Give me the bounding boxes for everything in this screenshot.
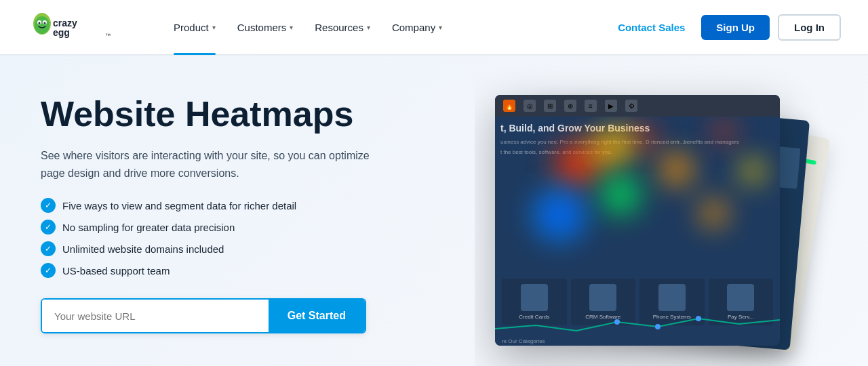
list-item: ✓ Unlimited website domains included xyxy=(41,241,448,256)
svg-point-9 xyxy=(614,319,620,325)
heatmap-blob-orange-2 xyxy=(658,150,695,188)
chevron-down-icon: ▾ xyxy=(367,24,370,31)
cursor-icon: ◎ xyxy=(524,100,536,112)
chevron-down-icon: ▾ xyxy=(212,24,216,31)
svg-point-5 xyxy=(44,22,46,24)
logo[interactable]: crazy egg ™ xyxy=(27,10,122,44)
nav-item-company[interactable]: Company ▾ xyxy=(381,15,453,40)
nav-item-customers[interactable]: Customers ▾ xyxy=(226,15,304,40)
fire-icon: 🔥 xyxy=(503,100,515,112)
heatmap-blob-green xyxy=(597,171,644,218)
list-item: ✓ US-based support team xyxy=(41,263,448,278)
chevron-down-icon: ▾ xyxy=(290,24,293,31)
video-icon: ▶ xyxy=(605,100,617,112)
chevron-down-icon: ▾ xyxy=(439,24,442,31)
svg-point-11 xyxy=(655,324,660,329)
check-icon: ✓ xyxy=(41,220,56,235)
bottom-text: re Our Categories xyxy=(502,338,545,344)
contact-sales-button[interactable]: Contact Sales xyxy=(610,16,693,39)
nav-actions: Contact Sales Sign Up Log In xyxy=(610,14,841,41)
login-button[interactable]: Log In xyxy=(778,14,841,41)
svg-point-1 xyxy=(35,16,50,34)
heatmap-blob-blue xyxy=(529,184,590,245)
svg-point-4 xyxy=(39,22,41,24)
check-icon: ✓ xyxy=(41,263,56,278)
plus-icon: ⊕ xyxy=(564,100,576,112)
navbar: crazy egg ™ Product ▾ Customers ▾ Resour… xyxy=(0,0,868,54)
heatmap-main-panel: 🔥 ◎ ⊞ ⊕ ≡ ▶ ⚙ t, Build, and Grow Your Bu… xyxy=(495,95,780,346)
heatmap-body: t, Build, and Grow Your Business usiness… xyxy=(495,117,780,346)
svg-point-10 xyxy=(696,316,701,321)
nav-links: Product ▾ Customers ▾ Resources ▾ Compan… xyxy=(163,15,610,40)
signup-button[interactable]: Sign Up xyxy=(701,15,770,40)
check-icon: ✓ xyxy=(41,241,56,256)
hero-left: Website Heatmaps See where visitors are … xyxy=(41,88,448,333)
heatmap-visual: Grow Your Business Business advice you n… xyxy=(475,54,868,366)
heatmap-blob-yellow-2 xyxy=(739,157,766,184)
settings-icon: ⚙ xyxy=(625,100,637,112)
heatmap-container: Grow Your Business Business advice you n… xyxy=(475,54,868,366)
heatmap-blob-red-2 xyxy=(631,123,658,150)
list-item: ✓ No sampling for greater data precision xyxy=(41,220,448,235)
nav-item-resources[interactable]: Resources ▾ xyxy=(304,15,381,40)
url-form: Get Started xyxy=(41,298,366,333)
get-started-button[interactable]: Get Started xyxy=(269,300,365,332)
grid-icon: ⊞ xyxy=(544,100,556,112)
main-content: Website Heatmaps See where visitors are … xyxy=(0,54,868,366)
heatmap-line-chart xyxy=(495,305,780,339)
feature-checklist: ✓ Five ways to view and segment data for… xyxy=(41,198,448,278)
svg-text:™: ™ xyxy=(105,33,111,39)
heatmap-blob-red-3 xyxy=(712,120,736,144)
url-input[interactable] xyxy=(42,300,269,332)
hero-title: Website Heatmaps xyxy=(41,95,448,134)
heatmap-blob-orange-3 xyxy=(698,198,729,228)
hero-description: See where visitors are interacting with … xyxy=(41,147,393,182)
list-item: ✓ Five ways to view and segment data for… xyxy=(41,198,448,213)
check-icon: ✓ xyxy=(41,198,56,213)
heatmap-toolbar: 🔥 ◎ ⊞ ⊕ ≡ ▶ ⚙ xyxy=(495,95,780,117)
svg-text:egg: egg xyxy=(53,27,70,38)
nav-item-product[interactable]: Product ▾ xyxy=(163,15,226,40)
list-icon: ≡ xyxy=(585,100,597,112)
